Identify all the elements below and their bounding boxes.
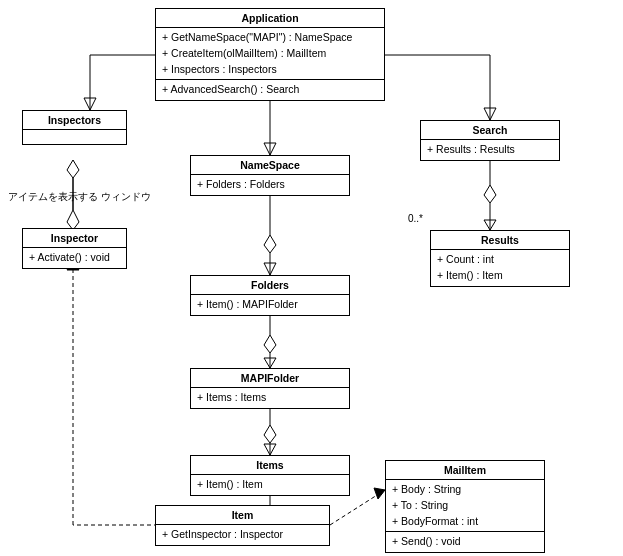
svg-marker-17: [264, 335, 276, 353]
mailitem-member-4: + Send() : void: [392, 534, 538, 550]
svg-marker-9: [67, 160, 79, 178]
search-title: Search: [421, 121, 559, 140]
items-class: Items + Item() : Item: [190, 455, 350, 496]
folders-members: + Item() : MAPIFolder: [191, 295, 349, 315]
item-class: Item + GetInspector : Inspector: [155, 505, 330, 546]
folders-title: Folders: [191, 276, 349, 295]
svg-marker-28: [484, 185, 496, 203]
item-member-1: + GetInspector : Inspector: [162, 527, 323, 543]
mailitem-member-3: + BodyFormat : int: [392, 514, 538, 530]
results-members: + Count : int + Item() : Item: [431, 250, 569, 286]
svg-marker-21: [264, 425, 276, 443]
results-member-2: + Item() : Item: [437, 268, 563, 284]
inspectors-class: Inspectors: [22, 110, 127, 145]
item-members: + GetInspector : Inspector: [156, 525, 329, 545]
application-member-4: + AdvancedSearch() : Search: [162, 82, 378, 98]
search-class: Search + Results : Results: [420, 120, 560, 161]
mailitem-class: MailItem + Body : String + To : String +…: [385, 460, 545, 553]
inspector-member-1: + Activate() : void: [29, 250, 120, 266]
namespace-title: NameSpace: [191, 156, 349, 175]
search-members: + Results : Results: [421, 140, 559, 160]
application-member-1: + GetNameSpace("MAPI") : NameSpace: [162, 30, 378, 46]
inspectors-members: [23, 130, 126, 144]
folders-member-1: + Item() : MAPIFolder: [197, 297, 343, 313]
multiplicity-label: 0..*: [408, 213, 423, 224]
application-member-2: + CreateItem(olMailItem) : MailItem: [162, 46, 378, 62]
mailitem-member-1: + Body : String: [392, 482, 538, 498]
mailitem-member-2: + To : String: [392, 498, 538, 514]
namespace-member-1: + Folders : Folders: [197, 177, 343, 193]
items-members: + Item() : Item: [191, 475, 349, 495]
item-title: Item: [156, 506, 329, 525]
application-members: + GetNameSpace("MAPI") : NameSpace + Cre…: [156, 28, 384, 100]
items-title: Items: [191, 456, 349, 475]
mailitem-members: + Body : String + To : String + BodyForm…: [386, 480, 544, 552]
application-member-3: + Inspectors : Inspectors: [162, 62, 378, 78]
comment-text: アイテムを表示する ウィンドウ: [8, 190, 151, 204]
mapifolder-members: + Items : Items: [191, 388, 349, 408]
svg-marker-10: [67, 210, 79, 230]
folders-class: Folders + Item() : MAPIFolder: [190, 275, 350, 316]
items-member-1: + Item() : Item: [197, 477, 343, 493]
svg-marker-13: [264, 235, 276, 253]
diagram: Application + GetNameSpace("MAPI") : Nam…: [0, 0, 623, 556]
search-member-1: + Results : Results: [427, 142, 553, 158]
results-title: Results: [431, 231, 569, 250]
inspectors-title: Inspectors: [23, 111, 126, 130]
namespace-members: + Folders : Folders: [191, 175, 349, 195]
inspector-class: Inspector + Activate() : void: [22, 228, 127, 269]
mapifolder-title: MAPIFolder: [191, 369, 349, 388]
mailitem-title: MailItem: [386, 461, 544, 480]
mapifolder-member-1: + Items : Items: [197, 390, 343, 406]
inspector-title: Inspector: [23, 229, 126, 248]
application-title: Application: [156, 9, 384, 28]
results-member-1: + Count : int: [437, 252, 563, 268]
inspector-members: + Activate() : void: [23, 248, 126, 268]
application-class: Application + GetNameSpace("MAPI") : Nam…: [155, 8, 385, 101]
mapifolder-class: MAPIFolder + Items : Items: [190, 368, 350, 409]
svg-marker-35: [374, 488, 385, 499]
namespace-class: NameSpace + Folders : Folders: [190, 155, 350, 196]
results-class: Results + Count : int + Item() : Item: [430, 230, 570, 287]
